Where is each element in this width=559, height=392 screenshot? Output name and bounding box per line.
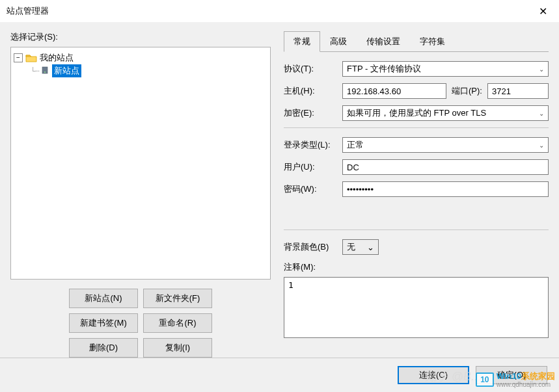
tree-collapse-icon[interactable]: −: [14, 53, 23, 62]
bgcolor-label: 背景颜色(B): [284, 241, 342, 253]
encryption-value: 如果可用，使用显式的 FTP over TLS: [347, 107, 486, 119]
tab-content-general: 协议(T): FTP - 文件传输协议 ⌄ 主机(H): 端口(P): 加密(E…: [284, 52, 549, 358]
left-panel: 选择记录(S): − 我的站点 └┈ 新站点: [10, 31, 271, 358]
divider: [284, 127, 549, 128]
tree-root-label: 我的站点: [40, 52, 74, 64]
bgcolor-value: 无: [347, 241, 355, 253]
chevron-down-icon: ⌄: [539, 110, 544, 117]
tree-child-item[interactable]: └┈ 新站点: [31, 64, 267, 77]
close-icon[interactable]: ✕: [534, 3, 552, 20]
site-watermark: 10 Win10系统家园 www.qdhuajin.com: [476, 371, 555, 388]
chevron-down-icon: ⌄: [367, 242, 374, 252]
user-input[interactable]: [342, 159, 549, 175]
tab-advanced[interactable]: 高级: [320, 31, 357, 51]
comment-textarea[interactable]: [284, 277, 549, 338]
server-icon: [40, 66, 49, 75]
rename-button[interactable]: 重命名(R): [143, 313, 212, 333]
tree-root-item[interactable]: − 我的站点: [14, 51, 267, 64]
bgcolor-dropdown[interactable]: 无 ⌄: [342, 239, 379, 255]
watermark-logo-icon: 10: [476, 372, 494, 387]
tab-charset[interactable]: 字符集: [410, 31, 455, 51]
site-tree[interactable]: − 我的站点 └┈ 新站点: [10, 47, 271, 280]
password-input[interactable]: [342, 181, 549, 197]
password-label: 密码(W):: [284, 183, 342, 195]
delete-button[interactable]: 删除(D): [69, 338, 138, 358]
divider: [284, 229, 549, 230]
logon-type-dropdown[interactable]: 正常 ⌄: [342, 137, 549, 153]
tab-transfer[interactable]: 传输设置: [357, 31, 410, 51]
host-label: 主机(H):: [284, 85, 342, 97]
tab-general[interactable]: 常规: [284, 31, 320, 52]
port-label: 端口(P):: [452, 85, 482, 97]
tabs: 常规 高级 传输设置 字符集: [284, 31, 549, 52]
logon-type-label: 登录类型(L):: [284, 139, 342, 151]
protocol-value: FTP - 文件传输协议: [347, 63, 421, 75]
tree-child-label: 新站点: [52, 64, 81, 77]
folder-icon: [25, 53, 37, 62]
new-bookmark-button[interactable]: 新建书签(M): [69, 313, 138, 333]
host-input[interactable]: [342, 83, 446, 99]
protocol-label: 协议(T):: [284, 63, 342, 75]
chevron-down-icon: ⌄: [539, 66, 544, 73]
port-input[interactable]: [487, 83, 549, 99]
watermark-url: www.qdhuajin.com: [497, 381, 555, 388]
encryption-dropdown[interactable]: 如果可用，使用显式的 FTP over TLS ⌄: [342, 105, 549, 121]
user-label: 用户(U):: [284, 161, 342, 173]
copy-button[interactable]: 复制(I): [143, 338, 212, 358]
new-site-button[interactable]: 新站点(N): [69, 289, 138, 308]
watermark-brand-sys: 系统家园: [521, 371, 555, 381]
new-folder-button[interactable]: 新文件夹(F): [143, 289, 212, 308]
tree-connector-icon: └┈: [31, 67, 39, 75]
comment-label: 注释(M):: [284, 261, 549, 273]
titlebar: 站点管理器 ✕: [0, 0, 559, 22]
watermark-brand-win: Win10: [497, 371, 521, 381]
select-entry-label: 选择记录(S):: [10, 31, 271, 43]
right-panel: 常规 高级 传输设置 字符集 协议(T): FTP - 文件传输协议 ⌄ 主机(…: [284, 31, 549, 358]
chevron-down-icon: ⌄: [539, 142, 544, 149]
zhihu-watermark: 知乎 @B...: [425, 369, 481, 384]
window-title: 站点管理器: [7, 5, 49, 17]
encryption-label: 加密(E):: [284, 107, 342, 119]
protocol-dropdown[interactable]: FTP - 文件传输协议 ⌄: [342, 61, 549, 77]
logon-type-value: 正常: [347, 139, 364, 151]
svg-point-1: [44, 72, 46, 73]
